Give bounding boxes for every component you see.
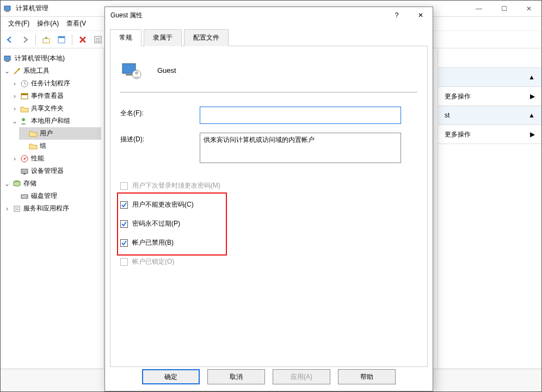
svg-rect-7: [96, 40, 100, 40]
folder-icon: [29, 142, 38, 151]
check-account-locked: 帐户已锁定(O): [120, 252, 417, 271]
tree-users[interactable]: › 用户: [19, 127, 101, 140]
dialog-user-name: Guest: [157, 66, 176, 74]
collapse-up-icon: ▲: [528, 73, 535, 81]
dialog-tabs: 常规 隶属于 配置文件: [110, 29, 428, 46]
svg-rect-19: [23, 173, 26, 175]
svg-rect-23: [14, 206, 20, 211]
actions-pane-subheader[interactable]: st ▲: [438, 106, 541, 125]
dialog-close-button[interactable]: ✕: [409, 8, 433, 23]
checkbox-icon: [120, 201, 128, 209]
checkbox-icon: [120, 220, 128, 228]
app-icon: [4, 4, 13, 13]
device-icon: [20, 167, 29, 176]
tree-event-viewer[interactable]: › 事件查看器: [10, 90, 101, 102]
tree-services-apps[interactable]: › 服务和应用程序: [3, 202, 101, 215]
tree-local-users-groups[interactable]: ⌄ 本地用户和组: [10, 115, 101, 127]
users-icon: [20, 117, 29, 126]
svg-point-15: [22, 118, 25, 121]
maximize-button[interactable]: ☐: [491, 1, 516, 17]
services-icon: [13, 204, 21, 213]
tree-device-manager[interactable]: › 设备管理器: [10, 165, 101, 177]
properties-button[interactable]: [56, 34, 67, 46]
tree-system-tools[interactable]: ⌄ 系统工具: [3, 65, 101, 77]
tab-general[interactable]: 常规: [110, 29, 141, 46]
navigation-tree[interactable]: 计算机管理(本地) ⌄ 系统工具 › 任务计划程序 › 事件查看器: [1, 49, 104, 391]
svg-point-17: [24, 158, 26, 159]
cancel-button[interactable]: 取消: [207, 369, 265, 384]
storage-icon: [13, 179, 21, 188]
dialog-help-button[interactable]: ?: [385, 8, 409, 23]
tree-root[interactable]: 计算机管理(本地): [3, 52, 101, 65]
svg-rect-4: [58, 36, 65, 38]
shared-folder-icon: [20, 104, 29, 113]
caret-right-icon: ›: [11, 80, 18, 88]
svg-point-29: [135, 71, 138, 74]
description-label: 描述(D):: [120, 133, 200, 144]
help-button[interactable]: 帮助: [338, 369, 396, 384]
tree-groups[interactable]: › 组: [19, 140, 101, 152]
menu-view[interactable]: 查看(V: [63, 18, 89, 29]
tree-disk-management[interactable]: › 磁盘管理: [10, 190, 101, 202]
tab-member-of[interactable]: 隶属于: [144, 29, 182, 46]
chevron-right-icon: ▶: [530, 130, 535, 138]
svg-point-11: [18, 68, 20, 70]
disk-icon: [20, 192, 29, 201]
event-icon: [20, 92, 29, 101]
tab-general-page: Guest 全名(F): 描述(D): 用户下次登录时须更改密码(M) 用户不能…: [110, 46, 428, 367]
chevron-right-icon: ▶: [530, 92, 535, 100]
check-account-disabled[interactable]: 帐户已禁用(B): [120, 233, 417, 252]
tree-shared-folders[interactable]: › 共享文件夹: [10, 102, 101, 115]
caret-down-icon: ⌄: [11, 117, 18, 125]
svg-rect-18: [21, 169, 28, 173]
description-input[interactable]: [200, 133, 401, 163]
tree-storage[interactable]: ⌄ 存储: [3, 177, 101, 190]
actions-more-2[interactable]: 更多操作 ▶: [438, 125, 541, 144]
svg-rect-25: [15, 209, 19, 210]
minimize-button[interactable]: —: [466, 1, 491, 17]
tree-task-scheduler[interactable]: › 任务计划程序: [10, 77, 101, 90]
actions-pane-header[interactable]: ▲: [438, 68, 541, 87]
actions-more-1[interactable]: 更多操作 ▶: [438, 87, 541, 106]
computer-icon: [4, 54, 13, 63]
back-button[interactable]: [4, 34, 16, 46]
checkbox-icon: [120, 182, 128, 190]
forward-button[interactable]: [19, 34, 31, 46]
dialog-title: Guest 属性: [110, 11, 143, 20]
dialog-button-row: 确定 取消 应用(A) 帮助: [105, 366, 433, 388]
tab-profile[interactable]: 配置文件: [184, 29, 229, 46]
delete-button[interactable]: [77, 34, 89, 46]
svg-rect-9: [4, 56, 10, 60]
tree-performance[interactable]: › 性能: [10, 152, 101, 165]
menu-action[interactable]: 操作(A): [34, 18, 62, 29]
tools-icon: [13, 67, 21, 76]
refresh-button[interactable]: [92, 34, 104, 46]
dialog-titlebar: Guest 属性 ? ✕: [105, 7, 433, 23]
fullname-input[interactable]: [200, 107, 401, 124]
caret-down-icon: ⌄: [4, 67, 10, 75]
up-button[interactable]: [40, 34, 52, 46]
svg-rect-27: [126, 74, 132, 76]
user-icon: [120, 59, 142, 81]
fullname-label: 全名(F):: [120, 107, 200, 118]
collapse-up-icon: ▲: [528, 111, 535, 119]
check-must-change-password: 用户下次登录时须更改密码(M): [120, 176, 417, 195]
apply-button[interactable]: 应用(A): [273, 369, 330, 384]
close-button[interactable]: ✕: [516, 1, 541, 17]
svg-rect-10: [5, 61, 9, 62]
ok-button[interactable]: 确定: [142, 369, 200, 384]
menu-file[interactable]: 文件(F): [5, 18, 33, 29]
checkbox-icon: [120, 239, 128, 247]
check-cannot-change-password[interactable]: 用户不能更改密码(C): [120, 195, 417, 214]
check-password-never-expires[interactable]: 密码永不过期(P): [120, 214, 417, 233]
svg-rect-1: [5, 11, 9, 12]
actions-pane: ▲ 更多操作 ▶ st ▲ 更多操作 ▶: [438, 49, 541, 391]
checkbox-icon: [120, 258, 128, 266]
main-window-title: 计算机管理: [16, 4, 48, 13]
divider: [120, 92, 417, 92]
guest-properties-dialog: Guest 属性 ? ✕ 常规 隶属于 配置文件 Guest 全名(F):: [104, 7, 433, 391]
svg-rect-14: [21, 94, 28, 95]
performance-icon: [20, 154, 29, 163]
clock-icon: [20, 79, 29, 88]
svg-rect-6: [96, 38, 100, 39]
